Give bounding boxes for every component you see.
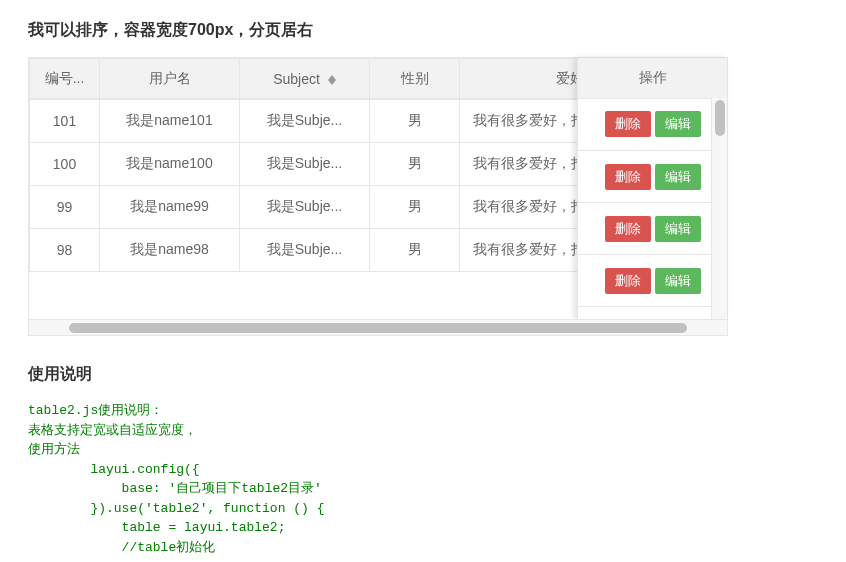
edit-button[interactable]: 编辑 — [655, 216, 701, 242]
sort-icon[interactable] — [328, 75, 336, 85]
col-header-id[interactable]: 编号... — [30, 59, 100, 99]
edit-button[interactable]: 编辑 — [655, 111, 701, 137]
delete-button[interactable]: 删除 — [605, 111, 651, 137]
cell-subject: 我是Subje... — [240, 186, 370, 229]
cell-id: 100 — [30, 143, 100, 186]
col-header-gender[interactable]: 性别 — [370, 59, 460, 99]
cell-subject: 我是Subje... — [240, 229, 370, 272]
edit-button[interactable]: 编辑 — [655, 268, 701, 294]
cell-subject: 我是Subje... — [240, 143, 370, 186]
edit-button[interactable]: 编辑 — [655, 164, 701, 190]
table-row: 删除编辑 — [578, 99, 727, 151]
col-header-subject-label: Subject — [273, 71, 320, 87]
usage-code-block: table2.js使用说明： 表格支持定宽或自适应宽度， 使用方法 layui.… — [28, 401, 818, 562]
page-title: 我可以排序，容器宽度700px，分页居右 — [28, 20, 818, 41]
delete-button[interactable]: 删除 — [605, 164, 651, 190]
usage-heading: 使用说明 — [28, 364, 818, 385]
vertical-scrollbar[interactable] — [711, 98, 727, 319]
cell-op: 删除编辑 — [578, 151, 727, 203]
cell-gender: 男 — [370, 143, 460, 186]
table-row: 删除编辑 — [578, 203, 727, 255]
col-header-username[interactable]: 用户名 — [100, 59, 240, 99]
data-table-container: 编号... 用户名 Subject 性别 爱好 操作 — [28, 57, 728, 336]
cell-id: 101 — [30, 100, 100, 143]
cell-username: 我是name101 — [100, 100, 240, 143]
cell-subject: 我是Subje... — [240, 100, 370, 143]
horizontal-scrollbar[interactable] — [29, 319, 727, 335]
fixed-col-header-op: 操作 — [578, 58, 727, 98]
table-row: 删除编辑 — [578, 307, 727, 319]
cell-op: 删除编辑 — [578, 255, 727, 307]
table-row: 删除编辑 — [578, 255, 727, 307]
cell-op: 删除编辑 — [578, 99, 727, 151]
cell-username: 我是name98 — [100, 229, 240, 272]
cell-id: 98 — [30, 229, 100, 272]
svg-marker-1 — [328, 80, 336, 85]
delete-button[interactable]: 删除 — [605, 268, 651, 294]
delete-button[interactable]: 删除 — [605, 216, 651, 242]
cell-id: 99 — [30, 186, 100, 229]
fixed-operation-column: 操作 删除编辑删除编辑删除编辑删除编辑删除编辑 — [577, 58, 727, 319]
cell-gender: 男 — [370, 186, 460, 229]
cell-gender: 男 — [370, 100, 460, 143]
table-row: 删除编辑 — [578, 151, 727, 203]
horizontal-scrollbar-thumb[interactable] — [69, 323, 687, 333]
cell-op: 删除编辑 — [578, 307, 727, 319]
cell-username: 我是name100 — [100, 143, 240, 186]
col-header-subject[interactable]: Subject — [240, 59, 370, 99]
cell-username: 我是name99 — [100, 186, 240, 229]
cell-op: 删除编辑 — [578, 203, 727, 255]
cell-gender: 男 — [370, 229, 460, 272]
